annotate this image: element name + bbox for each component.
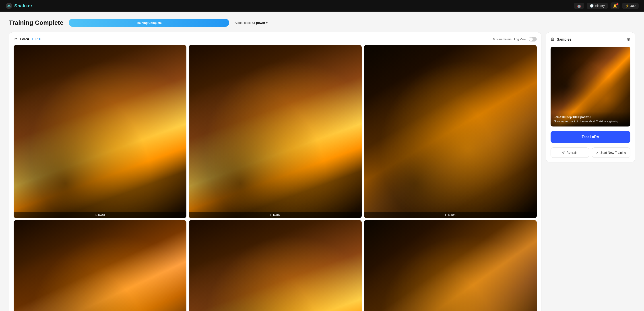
power-button[interactable]: ⚡ 400: [622, 3, 639, 9]
panels-container: 🗂 LoRA 10 / 10 👁 Parameters Log View: [9, 32, 635, 311]
lora-count-sep: /: [36, 37, 38, 41]
lora-image-label-2: LoRA02: [189, 212, 362, 218]
sample-image[interactable]: LoRA10 Step:100 Epoch:10 "A snowy red ca…: [550, 47, 630, 127]
samples-panel-header: 🖼 Samples ⊞: [550, 37, 630, 42]
lora-image-1: [14, 45, 186, 218]
lora-image-3: [364, 45, 537, 218]
lora-image-cell-4[interactable]: LoRA04: [14, 220, 186, 311]
power-icon: ⚡: [625, 4, 629, 8]
retrain-icon: ↺: [562, 151, 565, 154]
log-view-toggle[interactable]: [529, 37, 537, 42]
lora-title-row: 🗂 LoRA 10 / 10: [14, 37, 42, 42]
history-icon: 🕐: [590, 4, 594, 8]
lora-image-cell-5[interactable]: LoRA05: [189, 220, 362, 311]
logo-area: Shakker: [5, 2, 32, 9]
sample-image-overlay: LoRA10 Step:100 Epoch:10 "A snowy red ca…: [550, 112, 630, 127]
lora-panel: 🗂 LoRA 10 / 10 👁 Parameters Log View: [9, 32, 542, 311]
lora-panel-icon: 🗂: [14, 37, 18, 42]
history-label: History: [595, 4, 605, 8]
start-new-icon: ↗: [596, 151, 599, 154]
page-title: Training Complete: [9, 19, 63, 26]
lora-image-6: [364, 220, 537, 311]
history-button[interactable]: 🕐 History: [587, 3, 608, 9]
cost-value: 42 power: [252, 21, 265, 25]
samples-title-row: 🖼 Samples: [550, 37, 572, 42]
sample-prompt-label: "A snowy red cabin in the woods at Chris…: [554, 120, 627, 123]
grid-view-icon[interactable]: ⊞: [626, 37, 630, 42]
toggle-thumb: [529, 38, 533, 41]
start-new-label: Start New Training: [600, 151, 626, 154]
logo-icon: [5, 2, 12, 9]
samples-panel: 🖼 Samples ⊞ LoRA10 Step:100 Epoch:10 "A …: [546, 32, 635, 162]
parameters-link[interactable]: 👁 Parameters: [493, 38, 512, 41]
progress-bar-container: Training Complete: [69, 19, 229, 27]
test-lora-button[interactable]: Test LoRA: [550, 131, 630, 143]
lora-count-current: 10: [32, 37, 36, 41]
lora-image-cell-2[interactable]: LoRA02: [189, 45, 362, 218]
app-header: Shakker 🤖 🕐 History 🔔 ⚡ 400: [0, 0, 644, 12]
samples-panel-icon: 🖼: [550, 37, 554, 42]
retrain-button[interactable]: ↺ Re-train: [550, 147, 589, 158]
lora-image-cell-1[interactable]: LoRA01: [14, 45, 186, 218]
lora-image-label-3: LoRA03: [364, 212, 537, 218]
cost-info: Actual cost: 42 power ▾: [234, 21, 268, 25]
cost-chevron[interactable]: ▾: [266, 21, 268, 25]
lora-image-label-1: LoRA01: [14, 212, 186, 218]
lora-count-total: 10: [38, 37, 42, 41]
main-content: Training Complete Training Complete Actu…: [0, 12, 644, 311]
notification-dot: [616, 3, 618, 5]
samples-title: Samples: [557, 38, 572, 42]
page-header: Training Complete Training Complete Actu…: [9, 19, 635, 27]
svg-point-1: [8, 5, 10, 7]
notification-button[interactable]: 🔔: [610, 3, 620, 9]
retrain-label: Re-train: [566, 151, 578, 154]
power-label: 400: [630, 4, 636, 8]
parameters-label: Parameters: [496, 38, 512, 41]
start-new-training-button[interactable]: ↗ Start New Training: [592, 147, 630, 158]
logo-text: Shakker: [14, 3, 32, 9]
lora-image-cell-6[interactable]: LoRA06: [364, 220, 537, 311]
secondary-buttons: ↺ Re-train ↗ Start New Training: [550, 147, 630, 158]
lora-count: 10 / 10: [32, 37, 42, 41]
header-actions: 🤖 🕐 History 🔔 ⚡ 400: [574, 3, 639, 9]
lora-panel-title: LoRA: [20, 37, 30, 41]
lora-panel-header: 🗂 LoRA 10 / 10 👁 Parameters Log View: [14, 37, 537, 42]
log-view-label: Log View: [514, 38, 526, 41]
lora-image-2: [189, 45, 362, 218]
lora-image-cell-3[interactable]: LoRA03: [364, 45, 537, 218]
ai-button[interactable]: 🤖: [574, 3, 584, 9]
lora-image-grid: LoRA01 LoRA02 LoRA03 LoRA04 LoRA05: [14, 45, 537, 311]
ai-icon: 🤖: [577, 4, 581, 8]
parameters-icon: 👁: [493, 38, 496, 41]
lora-panel-controls: 👁 Parameters Log View: [493, 37, 537, 42]
lora-image-4: [14, 220, 186, 311]
cost-prefix: Actual cost:: [234, 21, 251, 25]
lora-image-5: [189, 220, 362, 311]
sample-step-label: LoRA10 Step:100 Epoch:10: [554, 115, 627, 119]
progress-bar-label: Training Complete: [136, 21, 162, 25]
